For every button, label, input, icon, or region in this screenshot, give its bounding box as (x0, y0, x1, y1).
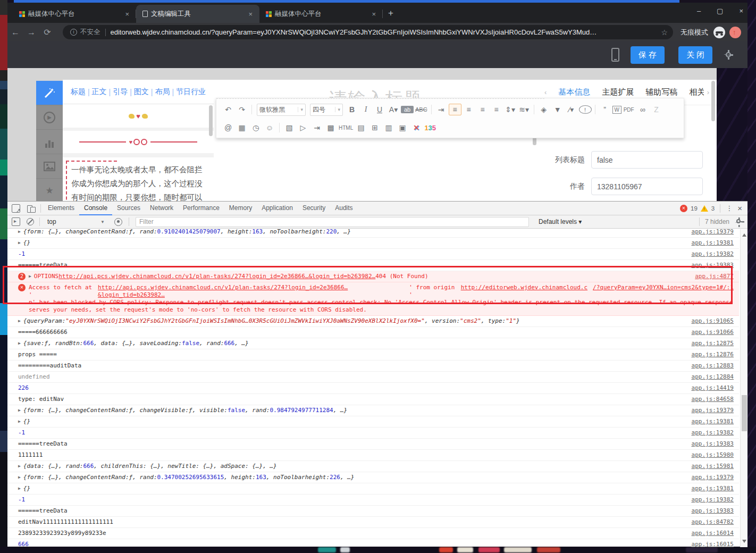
inspect-element-icon[interactable] (12, 204, 20, 213)
console-link[interactable]: http://editorweb.wjdev.chinamcloud.c (461, 284, 587, 299)
expand-triangle-icon[interactable]: ▶ (18, 474, 21, 481)
clear-console-icon[interactable] (27, 218, 34, 225)
panel-tabs-scroll-right[interactable]: › (707, 88, 709, 96)
tab-close-icon[interactable]: × (370, 10, 377, 18)
devtools-menu-icon[interactable]: ⋮ (726, 204, 731, 212)
console-source-link[interactable]: app.js:19382 (685, 496, 734, 504)
clock-icon[interactable]: ◷ (249, 122, 262, 133)
console-source-link[interactable]: app.js:19382 (685, 250, 734, 258)
console-source-link[interactable]: app.js:19383 (685, 440, 734, 448)
console-source-link[interactable]: app.js:15981 (685, 463, 734, 470)
template-item-quote[interactable]: 一件事无论太晚或者太早，都不会阻拦你成为你想成为的那个人，这个过程没有时间的期限… (63, 157, 214, 201)
editor-scrollbar-thumb[interactable] (533, 137, 536, 145)
panel-tab-4[interactable]: 相关 (689, 81, 703, 104)
template-item-birds[interactable]: ♥ (63, 104, 214, 128)
rail-item-templates[interactable] (36, 81, 63, 105)
doc-add-icon[interactable]: ▥ (382, 122, 395, 133)
devtools-close-icon[interactable]: × (737, 204, 742, 213)
bold-button[interactable]: B (346, 104, 358, 115)
template-tab-1[interactable]: 标题 (71, 87, 86, 97)
line-height-button[interactable]: ⇕▾ (504, 104, 517, 115)
expand-triangle-icon[interactable]: ▶ (18, 317, 21, 325)
devtools-tab-memory[interactable]: Memory (224, 202, 257, 215)
template-tab-2[interactable]: 正文 (92, 87, 107, 97)
bookmark-star-icon[interactable]: ☆ (661, 28, 668, 37)
save-button[interactable]: 保存 (631, 46, 665, 64)
close-button[interactable]: 关闭 (678, 46, 712, 64)
close-x-icon[interactable]: ✕ (410, 122, 423, 133)
template-item-divider[interactable]: ♥ (63, 131, 214, 153)
table-add-icon[interactable]: ⊞ (368, 122, 381, 133)
template-tab-5[interactable]: 布局 (155, 87, 170, 97)
console-sidebar-icon[interactable] (12, 217, 20, 226)
devtools-tab-audits[interactable]: Audits (330, 202, 357, 215)
devtools-tab-security[interactable]: Security (298, 202, 330, 215)
console-source-link[interactable]: app.js:19383 (685, 507, 734, 515)
console-scrollbar[interactable] (740, 229, 747, 547)
console-source-link[interactable]: app.js:19379 (685, 474, 734, 481)
size-select[interactable]: 四号▾ (310, 104, 343, 116)
minimize-button[interactable]: – (697, 7, 701, 15)
clean-format-icon[interactable]: ▼ (551, 104, 564, 115)
quote-button[interactable]: ” (599, 104, 611, 115)
browser-tab[interactable]: 融媒体中心平台× (259, 5, 383, 23)
font-select[interactable]: 微软雅黑▾ (257, 104, 306, 116)
maximize-button[interactable]: ▢ (717, 7, 723, 15)
highlight-button[interactable]: ab (401, 106, 414, 113)
console-source-link[interactable]: app.js:16015 (685, 541, 734, 547)
browser-tab[interactable]: 文稿编辑工具× (136, 5, 259, 23)
console-source-link[interactable]: /?queryParam=eyJ0YXN…ion=cms2&type=1#/:1 (587, 284, 734, 299)
console-source-link[interactable]: app.js:91066 (685, 329, 734, 336)
console-source-link[interactable]: app.js:12876 (685, 351, 734, 358)
undo-icon[interactable]: ↶ (222, 104, 234, 115)
console-settings-gear-icon[interactable] (735, 217, 743, 226)
spacing-button[interactable]: ≋▾ (518, 104, 531, 115)
console-source-link[interactable]: app.js:84782 (685, 518, 734, 526)
console-source-link[interactable]: app.js:16014 (685, 530, 734, 537)
info-panel-scrollbar-thumb[interactable] (711, 81, 715, 121)
warning-count-icon[interactable] (701, 205, 708, 212)
underline-button[interactable]: U (373, 104, 386, 115)
device-toolbar-icon[interactable] (27, 204, 35, 213)
scroll-up-arrow[interactable] (742, 233, 746, 237)
log-levels-dropdown[interactable]: Default levels ▾ (539, 218, 582, 225)
word-button[interactable]: W (612, 106, 621, 114)
tab-close-icon[interactable]: × (247, 10, 254, 18)
devtools-tab-elements[interactable]: Elements (43, 202, 79, 215)
indent-icon[interactable]: ⇥ (435, 104, 448, 115)
console-source-link[interactable]: app.js:19383 (685, 262, 734, 269)
field-input[interactable]: false (591, 151, 703, 169)
align-left-button[interactable]: ≡ (449, 104, 461, 115)
eraser-icon[interactable]: ◈ (537, 104, 550, 115)
image-icon[interactable]: ▧ (283, 122, 296, 133)
console-source-link[interactable]: app.js:19379 (685, 407, 734, 414)
forward-button[interactable]: → (23, 28, 39, 37)
link-icon[interactable]: ∞ (636, 104, 649, 115)
console-source-link[interactable]: app.js:19379 (685, 229, 734, 236)
warning-circle-icon[interactable]: ! (579, 105, 592, 114)
template-tab-3[interactable]: 引导 (113, 87, 128, 97)
context-selector[interactable]: top ▼ (47, 218, 110, 225)
editor135-icon[interactable]: 135 (424, 123, 436, 133)
expand-triangle-icon[interactable]: ▶ (18, 463, 21, 470)
console-source-link[interactable]: app.js:84658 (685, 396, 734, 403)
site-info-icon[interactable]: i (70, 29, 77, 36)
field-input[interactable]: 13281105967 (591, 178, 703, 195)
mention-button[interactable]: @ (222, 122, 234, 133)
z-icon[interactable]: Z (650, 104, 663, 115)
font-color-button[interactable]: A▾ (387, 104, 400, 115)
devtools-tab-application[interactable]: Application (257, 202, 298, 215)
media-settings-icon[interactable]: ▣ (396, 122, 409, 133)
rail-item-image[interactable] (36, 154, 63, 179)
redo-icon[interactable]: ↷ (236, 104, 248, 115)
live-expression-icon[interactable] (114, 218, 122, 226)
align-center-button[interactable]: ≡ (463, 104, 475, 115)
error-count-icon[interactable]: × (680, 205, 687, 212)
console-source-link[interactable]: app.js:4877 (688, 273, 734, 280)
template-scrollbar-thumb[interactable] (209, 105, 213, 136)
console-link[interactable]: http://api.pcs.wjdev.chinamcloud.cn/v1/p… (98, 284, 409, 299)
reload-button[interactable]: ⟳ (39, 27, 55, 37)
window-close-button[interactable]: × (739, 7, 743, 15)
template-tab-4[interactable]: 图文 (134, 87, 149, 97)
mobile-preview-icon[interactable] (611, 48, 619, 62)
